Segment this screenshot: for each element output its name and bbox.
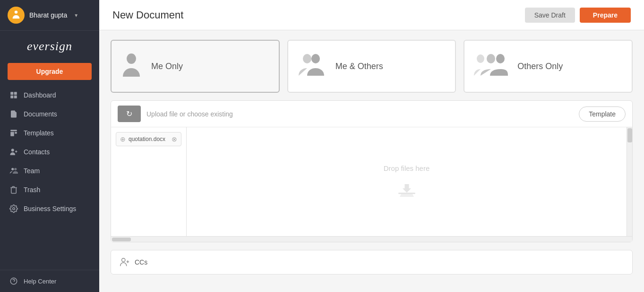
template-button[interactable]: Template [579,106,626,122]
sidebar-nav: Dashboard Documents Templates [0,86,99,270]
svg-rect-5 [10,130,17,131]
help-center-label: Help Center [24,278,56,285]
file-item-left: ⊕ quotation.docx [120,135,165,143]
templates-icon [9,129,18,137]
signing-card-me-others-label: Me & Others [335,62,383,71]
signing-card-me-only-label: Me Only [151,62,183,71]
help-center-link[interactable]: Help Center [0,270,99,292]
person-group-icon [298,52,326,80]
topbar: New Document Save Draft Prepare [99,0,644,30]
topbar-actions: Save Draft Prepare [525,8,631,23]
svg-point-14 [127,53,136,64]
user-avatar [8,7,25,24]
main-content: New Document Save Draft Prepare Me Only [99,0,644,292]
sidebar-item-label: Team [24,167,40,175]
signing-card-me-only[interactable]: Me Only [111,40,280,93]
svg-point-10 [14,168,17,170]
scrollbar-thumb-h [112,238,131,241]
trash-icon [9,186,18,194]
svg-rect-4 [14,96,17,98]
file-area: ⊕ quotation.docx ⊗ Drop files here [111,127,632,236]
ccs-label: CCs [135,258,147,266]
sidebar-item-templates[interactable]: Templates [0,124,99,142]
upload-bar: ↻ Upload file or choose existing Templat… [111,101,632,127]
logo-area: eversign [0,31,99,59]
svg-rect-6 [10,132,14,136]
svg-point-16 [311,54,320,63]
sidebar-item-label: Business Settings [24,205,76,212]
sidebar-item-label: Documents [24,110,57,118]
signing-type-selector: Me Only Me & Others [111,40,633,93]
file-close-icon[interactable]: ⊗ [172,135,177,143]
svg-rect-7 [15,132,17,134]
sidebar-item-label: Contacts [24,148,50,156]
person-multi-icon [474,52,508,80]
vertical-scrollbar[interactable] [627,127,632,236]
upload-section: ↻ Upload file or choose existing Templat… [111,100,633,242]
svg-point-21 [122,258,125,262]
sidebar-item-label: Trash [24,186,40,194]
sidebar-item-team[interactable]: Team [0,161,99,180]
drop-zone[interactable]: Drop files here [187,127,627,236]
sidebar-item-contacts[interactable]: Contacts [0,142,99,161]
svg-point-11 [13,208,15,210]
sidebar-item-label: Dashboard [24,91,56,99]
signing-card-others-only-label: Others Only [517,62,563,71]
help-icon [9,277,18,285]
svg-point-19 [496,54,505,63]
drop-box-icon [395,177,418,200]
documents-icon [9,110,18,118]
team-icon [9,167,18,175]
signing-card-me-others[interactable]: Me & Others [287,40,456,93]
contacts-icon [9,148,18,156]
user-menu[interactable]: Bharat gupta ▼ [0,0,99,31]
ccs-icon [120,257,130,267]
svg-rect-3 [10,96,13,98]
svg-rect-2 [14,92,17,95]
user-name: Bharat gupta [29,11,67,19]
upload-text: Upload file or choose existing [146,110,573,118]
file-list: ⊕ quotation.docx ⊗ [111,127,187,236]
person-single-icon [121,52,142,80]
file-name: quotation.docx [129,136,165,142]
move-icon: ⊕ [120,135,126,143]
svg-point-9 [11,168,14,170]
save-draft-button[interactable]: Save Draft [525,8,575,23]
file-item[interactable]: ⊕ quotation.docx ⊗ [116,132,181,146]
ccs-section[interactable]: CCs [111,250,633,274]
sidebar-item-business-settings[interactable]: Business Settings [0,199,99,218]
sidebar-item-documents[interactable]: Documents [0,105,99,124]
chevron-down-icon: ▼ [74,13,78,18]
page-title: New Document [112,9,183,21]
sidebar-item-trash[interactable]: Trash [0,180,99,199]
sidebar-item-label: Templates [24,129,54,137]
eversign-logo: eversign [8,39,92,53]
content-area: Me Only Me & Others [99,30,644,292]
settings-icon [9,204,18,213]
scrollbar-thumb-v [627,128,632,142]
svg-point-15 [303,54,311,63]
upload-button[interactable]: ↻ [118,106,141,122]
signing-card-others-only[interactable]: Others Only [464,40,633,93]
drop-text: Drop files here [384,164,430,172]
svg-rect-1 [10,92,13,95]
svg-point-17 [477,54,484,63]
dashboard-icon [9,91,18,99]
svg-rect-20 [398,193,415,194]
sidebar-item-dashboard[interactable]: Dashboard [0,86,99,105]
sidebar: Bharat gupta ▼ eversign Upgrade Dashboar… [0,0,99,292]
prepare-button[interactable]: Prepare [580,8,631,23]
upgrade-button[interactable]: Upgrade [8,63,92,80]
spinner-icon: ↻ [126,109,132,118]
svg-point-0 [15,10,17,13]
horizontal-scrollbar[interactable] [111,236,632,242]
svg-point-18 [487,54,495,63]
svg-point-8 [11,149,14,151]
